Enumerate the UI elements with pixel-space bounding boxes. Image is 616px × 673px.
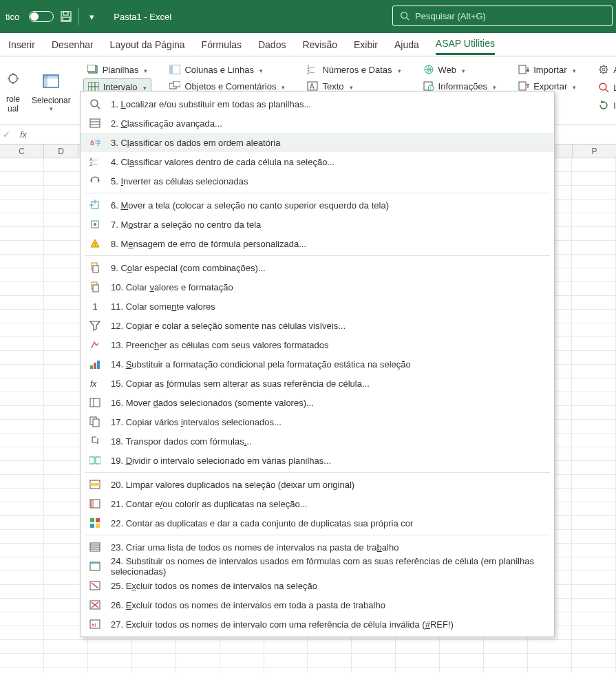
menu-item-1[interactable]: 1. Localizar e/ou substituir em todas as… xyxy=(81,94,554,114)
cell[interactable] xyxy=(0,667,44,673)
menu-item-10[interactable]: 10. Colar valores e formatação xyxy=(81,277,554,297)
menu-item-17[interactable]: 17. Copiar vários intervalos selecionado… xyxy=(81,412,554,431)
cell[interactable] xyxy=(572,571,616,584)
cell[interactable] xyxy=(0,571,44,584)
cell[interactable] xyxy=(572,434,616,447)
cell[interactable] xyxy=(572,502,616,515)
cell[interactable] xyxy=(572,516,616,529)
cell[interactable] xyxy=(0,420,44,433)
cell[interactable] xyxy=(572,282,616,295)
menu-item-26[interactable]: 26. Excluir todos os nomes de intervalos… xyxy=(81,595,554,615)
cell[interactable] xyxy=(0,213,44,226)
cell[interactable] xyxy=(572,213,616,226)
cell[interactable] xyxy=(352,667,396,673)
ribbon-colunas-linhas[interactable]: Colunas e Linhas xyxy=(165,62,289,77)
cell[interactable] xyxy=(0,502,44,515)
menu-item-2[interactable]: 2. Classificação avançada... xyxy=(81,114,554,133)
menu-item-18[interactable]: 18. Transpor dados com fórmulas... xyxy=(81,431,554,451)
cell[interactable] xyxy=(572,406,616,419)
cell[interactable] xyxy=(0,461,44,474)
menu-item-25[interactable]: 25. Excluir todos os nomes de intervalos… xyxy=(81,576,554,595)
search-box[interactable]: Pesquisar (Alt+G) xyxy=(392,6,613,26)
cell[interactable] xyxy=(0,654,44,667)
cell[interactable] xyxy=(0,530,44,543)
cell[interactable] xyxy=(264,667,308,673)
cell[interactable] xyxy=(572,420,616,433)
ribbon-big-controle[interactable]: role ual xyxy=(0,59,26,125)
customize-qat-icon[interactable]: ▾ xyxy=(86,11,97,22)
cell[interactable] xyxy=(572,640,616,653)
cell[interactable] xyxy=(0,296,44,309)
cell[interactable] xyxy=(396,667,440,673)
cell[interactable] xyxy=(528,654,572,667)
cell[interactable] xyxy=(572,599,616,612)
table-row[interactable] xyxy=(0,667,616,673)
cell[interactable] xyxy=(176,654,220,667)
menu-item-23[interactable]: 23. Criar uma lista de todos os nomes de… xyxy=(81,537,554,557)
menu-item-14[interactable]: 14. Substituir a formatação condicional … xyxy=(81,354,554,374)
cell[interactable] xyxy=(0,227,44,240)
menu-item-12[interactable]: 12. Copiar e colar a seleção somente nas… xyxy=(81,316,554,335)
menu-item-3[interactable]: á字3. Classificar os dados em ordem aleat… xyxy=(81,133,554,152)
cell[interactable] xyxy=(0,378,44,392)
cell[interactable] xyxy=(176,640,220,653)
cell[interactable] xyxy=(0,392,44,405)
cell[interactable] xyxy=(484,667,528,673)
ribbon-iniciar-ultima[interactable]: Iniciar a últim xyxy=(594,98,616,113)
cell[interactable] xyxy=(572,530,616,543)
cell[interactable] xyxy=(0,200,44,213)
cell[interactable] xyxy=(572,255,616,268)
cell[interactable] xyxy=(0,323,44,336)
menu-item-13[interactable]: 13. Preencher as células com seus valore… xyxy=(81,335,554,354)
cell[interactable] xyxy=(88,667,132,673)
menu-item-6[interactable]: 6. Mover a tela (colocar a seleção no ca… xyxy=(81,195,554,215)
cell[interactable] xyxy=(0,599,44,612)
cell[interactable] xyxy=(572,544,616,557)
cell[interactable] xyxy=(308,667,352,673)
menu-item-24[interactable]: 24. Substituir os nomes de intervalos us… xyxy=(81,557,554,576)
col-p[interactable]: P xyxy=(572,145,616,158)
cell[interactable] xyxy=(572,268,616,281)
cell[interactable] xyxy=(572,667,616,673)
cell[interactable] xyxy=(0,489,44,502)
cell[interactable] xyxy=(572,337,616,350)
cell[interactable] xyxy=(440,640,484,653)
cell[interactable] xyxy=(0,516,44,529)
cell[interactable] xyxy=(396,640,440,653)
cell[interactable] xyxy=(572,310,616,323)
cell[interactable] xyxy=(484,640,528,653)
tab-layout[interactable]: Layout da Página xyxy=(110,35,185,54)
cell[interactable] xyxy=(132,667,176,673)
cell[interactable] xyxy=(0,475,44,488)
tab-inserir[interactable]: Inserir xyxy=(8,35,35,54)
cell[interactable] xyxy=(0,557,44,570)
cell[interactable] xyxy=(0,310,44,323)
menu-item-8[interactable]: !8. Mensagem de erro de fórmula personal… xyxy=(81,234,554,253)
autosave-toggle[interactable] xyxy=(29,11,54,22)
cell[interactable] xyxy=(528,640,572,653)
cell[interactable] xyxy=(0,626,44,639)
cell[interactable] xyxy=(264,654,308,667)
ribbon-localizar[interactable]: Localizar e e xyxy=(594,80,616,95)
cell[interactable] xyxy=(572,323,616,336)
menu-item-22[interactable]: 22. Contar as duplicatas e dar a cada co… xyxy=(81,513,554,533)
cell[interactable] xyxy=(44,640,88,653)
tab-revisao[interactable]: Revisão xyxy=(302,35,337,54)
cell[interactable] xyxy=(0,612,44,626)
cell[interactable] xyxy=(572,227,616,240)
cell[interactable] xyxy=(0,158,44,171)
cell[interactable] xyxy=(572,351,616,364)
menu-item-19[interactable]: 19. Dividir o intervalo selecionado em v… xyxy=(81,451,554,470)
cell[interactable] xyxy=(0,351,44,364)
cell[interactable] xyxy=(0,544,44,557)
cell[interactable] xyxy=(0,434,44,447)
cell[interactable] xyxy=(572,172,616,185)
cell[interactable] xyxy=(572,475,616,488)
menu-item-5[interactable]: 5. Inverter as células selecionadas xyxy=(81,171,554,191)
cell[interactable] xyxy=(352,640,396,653)
cell[interactable] xyxy=(572,585,616,598)
cell[interactable] xyxy=(0,268,44,281)
tab-desenhar[interactable]: Desenhar xyxy=(52,35,94,54)
cell[interactable] xyxy=(44,667,88,673)
tab-asap-utilities[interactable]: ASAP Utilities xyxy=(436,34,495,55)
